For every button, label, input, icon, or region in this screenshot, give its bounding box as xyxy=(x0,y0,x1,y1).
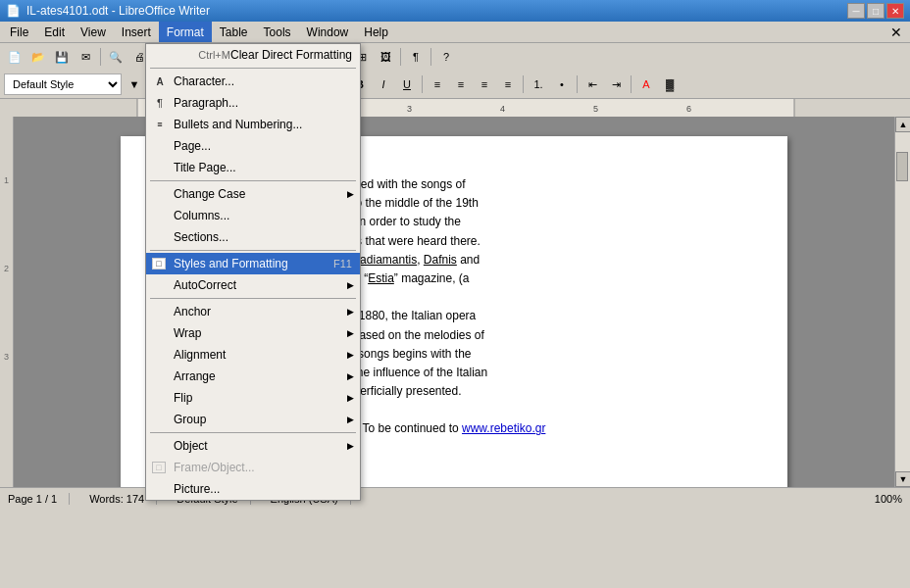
format-dropdown-menu: Ctrl+M Clear Direct Formatting A Charact… xyxy=(145,43,361,501)
window-title: IL-ates4101.odt - LibreOffice Writer xyxy=(26,4,210,18)
menu-page[interactable]: Page... xyxy=(146,135,360,157)
nonprint-button[interactable]: ¶ xyxy=(405,46,427,68)
toolbar-sep-7 xyxy=(400,48,401,66)
left-ruler: 1 2 3 xyxy=(0,117,14,487)
scroll-down-button[interactable]: ▼ xyxy=(895,471,910,487)
menu-wrap[interactable]: Wrap xyxy=(146,322,360,344)
open-button[interactable]: 📂 xyxy=(27,46,49,68)
link-rebetiko: www.rebetiko.gr xyxy=(462,421,545,435)
menu-sep-1 xyxy=(150,68,356,69)
menu-alignment[interactable]: Alignment xyxy=(146,344,360,366)
menu-flip[interactable]: Flip xyxy=(146,387,360,409)
style-dropdown[interactable]: Default Style xyxy=(4,74,122,95)
menu-clear-direct[interactable]: Ctrl+M Clear Direct Formatting xyxy=(146,44,360,66)
styles-icon: □ xyxy=(152,258,166,270)
numbering-button[interactable]: 1. xyxy=(528,74,549,95)
menu-group[interactable]: Group xyxy=(146,409,360,430)
toolbar-sep-8 xyxy=(430,48,431,66)
menu-styles-formatting[interactable]: □ Styles and Formatting F11 xyxy=(146,253,360,274)
email-button[interactable]: ✉ xyxy=(75,46,96,68)
menu-table[interactable]: Table xyxy=(212,22,256,42)
scroll-track[interactable] xyxy=(895,132,910,471)
frame-icon: □ xyxy=(152,462,166,473)
underline-estia: Estia xyxy=(368,271,394,285)
main-toolbar: 📄 📂 💾 ✉ 🔍 🖨 ABC ✂ 📋 📌 ↩ ↪ 🔎 ⊞ 🖼 ¶ ? xyxy=(0,43,910,71)
menu-arrange[interactable]: Arrange xyxy=(146,366,360,387)
menu-view[interactable]: View xyxy=(73,22,114,42)
menu-file[interactable]: File xyxy=(2,22,36,42)
indent-more-button[interactable]: ⇥ xyxy=(605,74,627,95)
indent-less-button[interactable]: ⇤ xyxy=(581,74,603,95)
align-center-button[interactable]: ≡ xyxy=(450,74,472,95)
italic-button[interactable]: I xyxy=(373,74,394,95)
svg-text:3: 3 xyxy=(407,104,412,114)
vertical-scrollbar[interactable]: ▲ ▼ xyxy=(894,117,910,487)
menu-change-case[interactable]: Change Case xyxy=(146,183,360,205)
bullets-button[interactable]: • xyxy=(551,74,573,95)
menu-object[interactable]: Object xyxy=(146,435,360,457)
clear-direct-shortcut: Ctrl+M xyxy=(178,49,230,61)
svg-text:5: 5 xyxy=(593,104,598,114)
menu-columns[interactable]: Columns... xyxy=(146,205,360,226)
menu-paragraph[interactable]: ¶ Paragraph... xyxy=(146,92,360,114)
menu-frame-object: □ Frame/Object... xyxy=(146,457,360,478)
menu-autocorrect[interactable]: AutoCorrect xyxy=(146,274,360,296)
status-bar: Page 1 / 1 Words: 174 Default Style Engl… xyxy=(0,487,910,509)
align-left-button[interactable]: ≡ xyxy=(427,74,448,95)
print-preview-button[interactable]: 🔍 xyxy=(105,46,126,68)
bullets-icon: ≡ xyxy=(152,117,168,132)
font-color-button[interactable]: A xyxy=(635,74,657,95)
ruler-mark-1: 1 xyxy=(4,175,9,185)
menu-bullets[interactable]: ≡ Bullets and Numbering... xyxy=(146,114,360,135)
minimize-button[interactable]: ─ xyxy=(847,3,865,19)
paragraph-icon: ¶ xyxy=(152,95,168,111)
fmt-sep-5 xyxy=(577,75,578,93)
ruler-mark-2: 2 xyxy=(4,264,9,273)
highlight-button[interactable]: ▓ xyxy=(659,74,681,95)
menu-sections[interactable]: Sections... xyxy=(146,226,360,248)
insert-image-button[interactable]: 🖼 xyxy=(375,46,396,68)
title-bar: 📄 IL-ates4101.odt - LibreOffice Writer ─… xyxy=(0,0,910,22)
menu-sep-3 xyxy=(150,250,356,251)
fmt-sep-3 xyxy=(422,75,423,93)
menu-anchor[interactable]: Anchor xyxy=(146,301,360,322)
fmt-sep-4 xyxy=(523,75,524,93)
status-page: Page 1 / 1 xyxy=(8,493,70,505)
menu-insert[interactable]: Insert xyxy=(114,22,159,42)
menu-format[interactable]: Format xyxy=(159,22,212,42)
styles-shortcut: F11 xyxy=(314,258,352,270)
menu-title-page[interactable]: Title Page... xyxy=(146,157,360,178)
help-button[interactable]: ? xyxy=(435,46,457,68)
main-area: 1 2 3 ...the origins of rebetiko are con… xyxy=(0,117,910,487)
menu-sep-5 xyxy=(150,432,356,433)
menu-character[interactable]: A Character... xyxy=(146,71,360,92)
scroll-up-button[interactable]: ▲ xyxy=(895,117,910,132)
menu-tools[interactable]: Tools xyxy=(256,22,299,42)
menu-picture[interactable]: Picture... xyxy=(146,478,360,500)
menu-help[interactable]: Help xyxy=(356,22,396,42)
menu-close-button[interactable]: ✕ xyxy=(885,24,908,40)
character-icon: A xyxy=(152,74,168,89)
align-justify-button[interactable]: ≡ xyxy=(497,74,519,95)
align-right-button[interactable]: ≡ xyxy=(474,74,495,95)
close-window-button[interactable]: ✕ xyxy=(886,3,904,19)
save-button[interactable]: 💾 xyxy=(51,46,73,68)
app-icon: 📄 xyxy=(6,4,21,18)
toolbar-sep-1 xyxy=(100,48,101,66)
scroll-thumb[interactable] xyxy=(896,152,908,181)
ruler-mark-3: 3 xyxy=(4,352,9,362)
maximize-button[interactable]: □ xyxy=(867,3,885,19)
status-zoom: 100% xyxy=(875,493,902,505)
horizontal-ruler: 1 2 3 4 5 6 xyxy=(0,99,910,117)
menu-window[interactable]: Window xyxy=(299,22,357,42)
underline-button[interactable]: U xyxy=(396,74,418,95)
menu-edit[interactable]: Edit xyxy=(36,22,73,42)
style-dropdown-btn[interactable]: ▼ xyxy=(124,74,145,95)
new-button[interactable]: 📄 xyxy=(4,46,25,68)
menu-sep-4 xyxy=(150,298,356,299)
svg-text:4: 4 xyxy=(500,104,505,114)
underline-dafnis: Dafnis xyxy=(424,253,457,267)
formatting-toolbar: Default Style ▼ ▼ ▼ B I U ≡ ≡ ≡ ≡ 1. • ⇤… xyxy=(0,71,910,98)
fmt-sep-6 xyxy=(631,75,632,93)
menu-sep-2 xyxy=(150,180,356,181)
